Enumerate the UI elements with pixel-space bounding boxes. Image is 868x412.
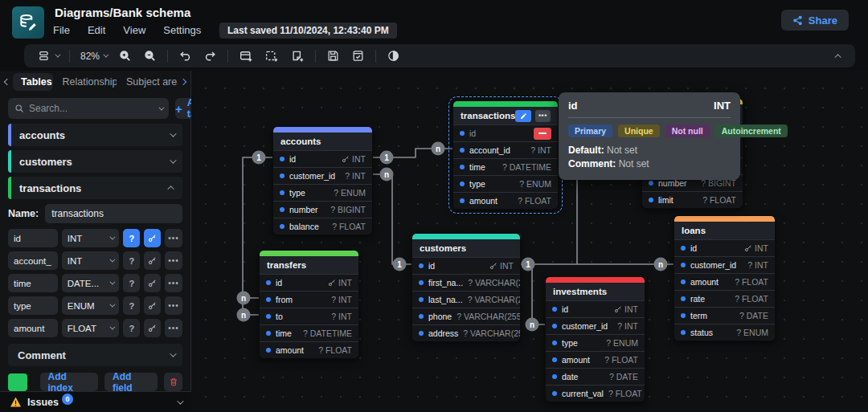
table-field-row[interactable]: idINT <box>260 274 358 291</box>
table-field-row[interactable]: amount? FLOAT <box>674 273 775 290</box>
primary-key-toggle[interactable] <box>144 229 161 247</box>
table-field-row[interactable]: balance? FLOAT <box>273 218 372 235</box>
search-box[interactable] <box>8 98 169 119</box>
comment-section[interactable]: Comment <box>8 344 182 366</box>
issues-bar[interactable]: Issues 0 <box>0 391 191 412</box>
table-field-row[interactable]: idINT <box>412 257 520 274</box>
add-note-tool-button[interactable] <box>285 47 310 66</box>
field-type-select[interactable]: INT <box>62 229 120 247</box>
field-type-select[interactable]: FLOAT <box>62 319 120 337</box>
table-field-row[interactable]: to? INT <box>260 308 358 324</box>
field-type-select[interactable]: INT <box>62 251 120 270</box>
menu-item-edit[interactable]: Edit <box>88 24 105 36</box>
table-field-row[interactable]: from? INT <box>260 291 358 308</box>
table-field-row[interactable]: type? ENUM <box>453 175 558 192</box>
field-more-button[interactable]: ••• <box>165 274 182 292</box>
collapse-toolbar-button[interactable] <box>831 47 847 66</box>
field-more-button[interactable]: ••• <box>165 296 182 315</box>
table-field-row[interactable]: last_na...? VARCHAR(255) <box>412 291 520 308</box>
table-field-row[interactable]: time? DATETIME <box>260 324 358 341</box>
delete-table-button[interactable] <box>164 373 182 391</box>
table-field-row[interactable]: customer_id? INT <box>273 167 372 184</box>
table-field-row[interactable]: term? DATE <box>674 307 775 324</box>
table-color-swatch[interactable] <box>8 373 27 391</box>
zoom-out-button[interactable] <box>137 47 162 66</box>
canvas-table-investments[interactable]: investmentsidINTcustomer_id? INTtype? EN… <box>545 276 645 402</box>
add-index-button[interactable]: Add index <box>40 373 98 391</box>
relationship-line[interactable] <box>373 174 411 264</box>
table-field-row[interactable]: rate? FLOAT <box>674 290 775 307</box>
table-field-row[interactable]: account_id? INT <box>453 141 558 158</box>
table-field-row[interactable]: status? ENUM <box>674 324 775 341</box>
field-name-input[interactable]: time <box>8 274 58 292</box>
table-field-row[interactable]: amount? FLOAT <box>453 192 558 209</box>
menu-item-file[interactable]: File <box>53 24 70 36</box>
field-name-input[interactable]: account_ <box>8 251 58 270</box>
table-field-row[interactable]: address? VARCHAR(255) <box>412 324 520 341</box>
menu-item-view[interactable]: View <box>123 24 145 36</box>
table-field-row[interactable]: amount? FLOAT <box>260 341 358 358</box>
primary-key-toggle[interactable] <box>144 319 161 337</box>
tab-subject-areas[interactable]: Subject areas <box>118 73 178 91</box>
search-input[interactable] <box>29 103 154 114</box>
table-more-button[interactable]: ••• <box>535 110 551 122</box>
edit-table-button[interactable] <box>515 110 530 122</box>
table-field-row[interactable]: idINT <box>273 150 372 167</box>
field-type-select[interactable]: DATE... <box>62 274 120 292</box>
table-field-row[interactable]: id <box>453 124 558 141</box>
table-field-row[interactable]: first_na...? VARCHAR(255) <box>412 274 520 291</box>
add-field-button[interactable]: Add field <box>104 373 158 391</box>
canvas-table-customers[interactable]: customersidINTfirst_na...? VARCHAR(255)l… <box>411 233 521 342</box>
theme-toggle-button[interactable] <box>381 47 406 66</box>
chevron-left-icon[interactable] <box>4 79 10 85</box>
primary-key-toggle[interactable] <box>144 296 161 315</box>
table-field-row[interactable]: number? BIGINT <box>273 201 372 218</box>
primary-key-toggle[interactable] <box>144 251 161 270</box>
sidebar-item-transactions[interactable]: transactions <box>8 177 182 199</box>
nullable-toggle[interactable]: ? <box>123 251 140 270</box>
table-field-row[interactable]: type? ENUM <box>273 184 372 201</box>
share-button[interactable]: Share <box>781 10 849 31</box>
table-field-row[interactable]: type? ENUM <box>546 334 645 351</box>
nullable-toggle[interactable]: ? <box>123 274 140 292</box>
todo-list-button[interactable] <box>346 47 371 66</box>
field-more-button[interactable]: ••• <box>165 251 182 270</box>
undo-button[interactable] <box>173 47 198 66</box>
menu-item-settings[interactable]: Settings <box>163 24 201 36</box>
add-area-tool-button[interactable] <box>259 47 285 66</box>
diagram-canvas[interactable]: accountsidINTcustomer_id? INTtype? ENUMn… <box>191 71 868 412</box>
field-type-select[interactable]: ENUM <box>62 296 120 315</box>
nullable-toggle[interactable]: ? <box>123 229 140 247</box>
nullable-toggle[interactable]: ? <box>123 296 140 315</box>
chevron-right-icon[interactable] <box>180 79 186 85</box>
table-field-row[interactable]: time? DATETIME <box>453 158 558 175</box>
tab-tables[interactable]: Tables <box>13 73 53 91</box>
table-field-row[interactable]: idINT <box>546 300 645 317</box>
tab-relationships[interactable]: Relationships <box>55 73 117 91</box>
table-name-input[interactable] <box>45 204 182 223</box>
primary-key-toggle[interactable] <box>144 274 161 292</box>
nullable-toggle[interactable]: ? <box>123 319 140 337</box>
canvas-table-transfers[interactable]: transfersidINTfrom? INTto? INTtime? DATE… <box>259 250 359 359</box>
table-field-row[interactable]: current_val? FLOAT <box>546 385 645 402</box>
field-name-input[interactable]: id <box>8 229 58 247</box>
field-more-button[interactable]: ••• <box>165 229 182 247</box>
sidebar-item-accounts[interactable]: accounts <box>8 124 182 146</box>
table-field-row[interactable]: idINT <box>674 239 775 256</box>
field-name-input[interactable]: amount <box>8 319 58 337</box>
save-button[interactable] <box>321 47 346 66</box>
app-logo[interactable] <box>12 6 44 39</box>
delete-field-button[interactable] <box>534 128 551 140</box>
redo-button[interactable] <box>198 47 223 66</box>
table-field-row[interactable]: customer_id? INT <box>546 317 645 334</box>
table-field-row[interactable]: date? DATE <box>546 368 645 385</box>
table-field-row[interactable]: limit? FLOAT <box>642 191 743 208</box>
table-field-row[interactable]: customer_id? INT <box>674 256 775 273</box>
field-name-input[interactable]: type <box>8 296 58 315</box>
canvas-table-transactions[interactable]: transactions•••idaccount_id? INTtime? DA… <box>452 100 559 210</box>
diagram-list-button[interactable] <box>32 47 64 66</box>
canvas-table-loans[interactable]: loansidINTcustomer_id? INTamount? FLOATr… <box>674 215 776 341</box>
add-table-tool-button[interactable] <box>233 47 259 66</box>
zoom-in-button[interactable] <box>113 47 137 66</box>
canvas-table-accounts[interactable]: accountsidINTcustomer_id? INTtype? ENUMn… <box>272 126 373 235</box>
